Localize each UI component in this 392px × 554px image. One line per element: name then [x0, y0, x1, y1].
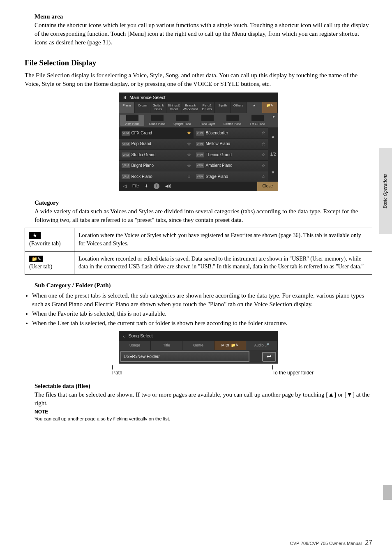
- file-selection-intro: The File Selection display is for select…: [25, 71, 372, 88]
- note-icon: ♫: [122, 333, 126, 339]
- selectable-text: The files that can be selected are shown…: [35, 390, 372, 408]
- menu-area-heading: Menu area: [35, 12, 372, 21]
- list-item[interactable]: VRMThemic Grand☆: [194, 149, 268, 160]
- subcategory-heading: Sub Category / Folder (Path): [35, 281, 372, 290]
- star-icon[interactable]: ☆: [187, 141, 191, 147]
- user-tab-label: (User tab): [29, 263, 52, 270]
- page-down-icon[interactable]: ▼: [271, 170, 275, 175]
- subcat-fm-epiano[interactable]: FM E.Piano: [245, 115, 270, 126]
- category-text: A wide variety of data such as Voices an…: [35, 207, 372, 224]
- main-voice-select-screenshot: 🎚 Main Voice Select Piano Organ Guitar& …: [119, 92, 278, 192]
- tab-midi[interactable]: MIDI📁✎: [214, 341, 246, 350]
- page-number: 27: [365, 538, 372, 547]
- user-tab-desc: Location where recorded or edited data i…: [74, 251, 372, 274]
- subcat-next[interactable]: ▶: [270, 115, 277, 126]
- list-item[interactable]: VRMAmbient Piano☆: [194, 160, 268, 171]
- subcat-vrm-piano[interactable]: VRM Piano: [120, 115, 144, 126]
- list-item[interactable]: VRMBright Piano☆: [119, 160, 194, 171]
- subcat-upright-piano[interactable]: Upright Piano: [170, 115, 194, 126]
- star-icon[interactable]: ☆: [187, 173, 191, 180]
- list-item[interactable]: VRMBösendorfer☆: [194, 127, 268, 138]
- selectable-heading: Selectable data (files): [35, 382, 372, 390]
- table-row: 📁✎ (User tab) Location where recorded or…: [25, 251, 372, 274]
- tab-brass-woodwind[interactable]: Brass& Woodwind: [182, 102, 199, 113]
- list-item[interactable]: VRMCFX Grand★: [119, 127, 194, 138]
- category-table: ★ (Favorite tab) Location where the Voic…: [25, 228, 372, 274]
- star-icon[interactable]: ☆: [187, 163, 191, 169]
- category-heading: Category: [35, 199, 372, 207]
- main-voice-title: Main Voice Select: [129, 95, 165, 101]
- path-display: USER:/New Folder/: [120, 351, 249, 362]
- star-icon[interactable]: ★: [187, 130, 191, 136]
- page-edge-stripe: [383, 485, 392, 500]
- star-icon[interactable]: ☆: [261, 173, 265, 180]
- star-icon[interactable]: ☆: [261, 163, 265, 169]
- star-icon[interactable]: ☆: [261, 130, 265, 136]
- list-item[interactable]: VRMPop Grand☆: [119, 138, 194, 149]
- star-icon[interactable]: ☆: [261, 141, 265, 147]
- star-icon[interactable]: ☆: [261, 152, 265, 158]
- list-item[interactable]: VRMRock Piano☆: [119, 171, 194, 182]
- folder-edit-icon: 📁✎: [231, 343, 239, 348]
- menu-area-text: Contains the shortcut icons which let yo…: [35, 21, 372, 47]
- list-item[interactable]: VRMStage Piano☆: [194, 171, 268, 182]
- tab-guitar-bass[interactable]: Guitar& Bass: [150, 102, 166, 113]
- tab-piano[interactable]: Piano: [119, 102, 135, 113]
- favorite-tab-icon: ★: [29, 232, 41, 239]
- table-row: ★ (Favorite tab) Location where the Voic…: [25, 228, 372, 251]
- up-folder-button[interactable]: ↩: [262, 352, 276, 362]
- tab-genre[interactable]: Genre: [182, 341, 214, 350]
- tab-strings-vocal[interactable]: Strings& Vocal: [166, 102, 182, 113]
- subcategory-bullet: When the Favorite tab is selected, this …: [32, 309, 372, 318]
- favorite-tab-label: (Favorite tab): [29, 240, 61, 247]
- list-item[interactable]: VRMStudio Grand☆: [119, 149, 194, 160]
- subcategory-bullet: When one of the preset tabs is selected,…: [32, 291, 372, 309]
- download-icon[interactable]: ⬇: [145, 183, 148, 189]
- subcat-electric-piano[interactable]: Electric Piano: [220, 115, 244, 126]
- tab-perc-drums[interactable]: Perc& Drums: [199, 102, 215, 113]
- tab-others[interactable]: Others: [231, 102, 246, 113]
- tab-favorite[interactable]: ★: [247, 102, 262, 113]
- file-selection-heading: File Selection Display: [25, 58, 372, 69]
- path-label: Path: [112, 370, 122, 376]
- tab-user[interactable]: 📁✎: [262, 102, 278, 113]
- song-select-screenshot: ♫ Song Select Usage Title Genre MIDI📁✎ A…: [119, 331, 278, 364]
- note-label: NOTE: [35, 409, 372, 416]
- info-icon[interactable]: i: [154, 183, 159, 189]
- tab-usage[interactable]: Usage: [119, 341, 151, 350]
- subcat-piano-layer[interactable]: Piano Layer: [195, 115, 219, 126]
- voice-icon: 🎚: [122, 95, 127, 101]
- tab-title[interactable]: Title: [151, 341, 182, 350]
- note-text: You can call up another page also by fli…: [35, 416, 372, 422]
- star-icon[interactable]: ☆: [187, 152, 191, 158]
- subcat-grand-piano[interactable]: Grand Piano: [145, 115, 169, 126]
- tab-synth[interactable]: Synth: [215, 102, 231, 113]
- subcategory-bullet: When the User tab is selected, the curre…: [32, 319, 372, 328]
- favorite-tab-desc: Location where the Voices or Styles whic…: [74, 228, 372, 251]
- footer-manual-name: CVP-709/CVP-705 Owner's Manual: [290, 540, 362, 547]
- tab-organ[interactable]: Organ: [135, 102, 150, 113]
- sound-icon[interactable]: ◀)): [165, 183, 171, 189]
- mic-icon: 🎤: [265, 343, 269, 347]
- list-item[interactable]: VRMMellow Piano☆: [194, 138, 268, 149]
- close-button[interactable]: Close: [257, 182, 278, 191]
- page-up-icon[interactable]: ▲: [271, 134, 275, 139]
- user-tab-icon: 📁✎: [29, 256, 43, 262]
- upper-folder-label: To the upper folder: [272, 370, 314, 376]
- song-select-title: Song Select: [128, 333, 152, 339]
- tab-audio[interactable]: Audio 🎤: [246, 341, 278, 350]
- file-label[interactable]: File: [132, 183, 139, 189]
- page-indicator: 1/2: [270, 152, 276, 157]
- side-tab-basic-operations: Basic Operations: [379, 148, 392, 234]
